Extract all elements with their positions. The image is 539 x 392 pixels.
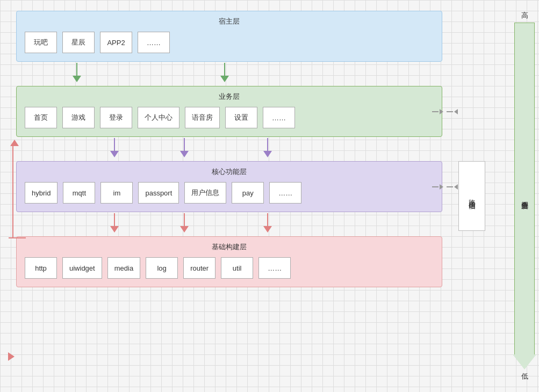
infra-item-2: media [107,257,140,279]
infra-layer: 基础构建层 http uiwidget media log router uti… [16,236,442,287]
arrow-line [184,213,185,226]
arrow-down-6 [110,213,119,233]
business-item-6: …… [263,107,295,128]
arrow-line [224,63,225,76]
host-item-2: APP2 [100,32,132,53]
host-item-3: …… [138,32,170,53]
main-diagram: 宿主层 玩吧 星辰 APP2 …… 业务层 首页 游戏 [0,0,539,392]
core-layer-items: hybrid mqtt im passport 用户信息 pay …… [25,182,434,204]
infra-arrow-row [8,352,15,361]
dashed-arrow-right [440,184,443,190]
router-communication-box: 路由通信 [458,161,485,231]
left-arrow-head-up [10,140,19,146]
arrow-down-7 [180,213,189,233]
host-layer-items: 玩吧 星辰 APP2 …… [25,32,434,53]
arrow-row-1 [16,62,442,86]
core-layer-title: 核心功能层 [25,167,434,177]
coupling-shaft [514,23,535,354]
arrow-down-2 [220,63,229,82]
infra-item-4: router [183,257,215,279]
core-item-4: 用户信息 [184,182,226,204]
dashed-line-left [432,186,439,187]
arrow-head [263,226,272,233]
host-layer-title: 宿主层 [25,17,434,26]
business-item-1: 游戏 [62,107,95,128]
arrow-down-1 [73,63,81,82]
arrow-line [267,138,268,151]
infra-layer-items: http uiwidget media log router util …… [25,257,434,279]
arrow-line [184,138,185,151]
core-item-6: …… [269,182,301,204]
arrow-row-3 [16,212,442,236]
core-item-0: hybrid [25,182,58,204]
coupling-high-label: 高 [521,11,528,20]
arrow-line [76,63,77,76]
arrow-head [263,151,272,157]
infra-layer-title: 基础构建层 [25,242,434,252]
business-layer-title: 业务层 [25,92,434,101]
left-arrow-line-v [12,146,13,237]
business-layer: 业务层 首页 游戏 登录 个人中心 语音房 设置 …… [16,86,442,137]
dashed-line-right [447,186,453,187]
core-item-5: pay [232,182,264,204]
business-item-0: 首页 [25,107,57,128]
business-item-3: 个人中心 [138,107,179,128]
arrow-head [73,76,81,82]
infra-item-0: http [25,257,57,279]
dashed-arrow-right [440,109,443,114]
right-panel: 路由通信 高 业务耦合度 低 [453,0,539,392]
arrow-down-4 [180,138,189,157]
arrow-down-3 [110,138,119,157]
router-label: 路由通信 [467,194,477,198]
infra-item-6: …… [258,257,291,279]
host-layer: 宿主层 玩吧 星辰 APP2 …… [16,11,442,62]
arrow-row-2 [16,137,442,161]
diagram-area: 宿主层 玩吧 星辰 APP2 …… 业务层 首页 游戏 [0,0,453,392]
arrow-line [114,138,115,151]
infra-item-1: uiwidget [62,257,102,279]
infra-left-h-arrow [8,352,15,361]
business-item-4: 语音房 [185,107,220,128]
coupling-arrow-head [513,354,536,369]
arrow-head [110,151,119,157]
business-layer-items: 首页 游戏 登录 个人中心 语音房 设置 …… [25,107,434,128]
dashed-line-left [432,111,439,112]
left-side-arrow [9,140,26,238]
arrow-down-8 [263,213,272,233]
core-layer: 核心功能层 hybrid mqtt im passport 用户信息 pay …… [16,161,442,212]
business-item-5: 设置 [225,107,257,128]
arrow-head [180,151,189,157]
host-item-1: 星辰 [62,32,95,53]
dashed-line-right [447,111,453,112]
arrow-down-5 [263,138,272,157]
coupling-low-label: 低 [521,372,528,381]
arrow-head [110,226,119,233]
coupling-arrow-body: 业务耦合度 [513,23,536,369]
business-item-2: 登录 [100,107,132,128]
core-item-1: mqtt [63,182,95,204]
coupling-indicator: 高 业务耦合度 低 [513,11,536,381]
arrow-line [114,213,115,226]
infra-arrow-head-right [8,352,15,361]
arrow-head [220,76,229,82]
core-item-2: im [100,182,133,204]
core-item-3: passport [138,182,179,204]
arrow-line [267,213,268,226]
arrow-head [180,226,189,233]
infra-item-3: log [146,257,178,279]
host-item-0: 玩吧 [25,32,57,53]
infra-item-5: util [221,257,253,279]
left-arrow-line-h [9,237,26,238]
